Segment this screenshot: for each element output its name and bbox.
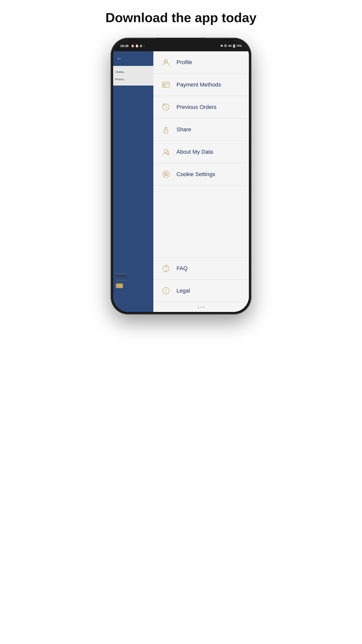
- previous-orders-icon: [160, 102, 171, 113]
- about-my-data-label: About My Data: [176, 149, 213, 155]
- svg-line-9: [166, 107, 168, 108]
- bg-order-status: Proces...: [115, 76, 151, 83]
- menu-item-legal[interactable]: Legal: [153, 280, 249, 302]
- svg-point-15: [164, 173, 165, 174]
- main-content: ← Chicke... Proces... Voucher a... EVERE…: [113, 51, 249, 312]
- svg-point-21: [166, 270, 166, 271]
- payment-icon-bg: [116, 283, 123, 288]
- background-app: ← Chicke... Proces... Voucher a... EVERE…: [113, 51, 153, 312]
- svg-point-16: [167, 173, 167, 174]
- share-icon: [160, 124, 171, 135]
- profile-label: Profile: [176, 59, 192, 66]
- menu-item-about-my-data[interactable]: About My Data: [153, 141, 249, 163]
- legal-label: Legal: [176, 288, 190, 294]
- payment-methods-icon: [160, 79, 171, 90]
- side-button-2: [251, 108, 251, 123]
- back-icon: ←: [117, 55, 122, 62]
- power-button: [251, 88, 251, 103]
- phone-shell: 19:38 ⏰ 📋 🖨 ↓ ✱ Ⓡ 4G ▓ 74% ← Chicke...: [111, 38, 251, 314]
- svg-point-18: [166, 175, 167, 176]
- svg-rect-4: [162, 82, 169, 87]
- legal-icon: [160, 285, 171, 296]
- volume-button: [111, 93, 111, 113]
- menu-item-profile[interactable]: Profile: [153, 51, 249, 74]
- previous-orders-label: Previous Orders: [176, 104, 216, 110]
- menu-item-cookie-settings[interactable]: Cookie Settings: [153, 163, 249, 186]
- menu-spacer: [153, 186, 249, 257]
- share-label: Share: [176, 126, 191, 133]
- faq-label: FAQ: [176, 265, 188, 272]
- menu-item-previous-orders[interactable]: Previous Orders: [153, 96, 249, 118]
- svg-point-2: [118, 285, 121, 287]
- cookie-settings-label: Cookie Settings: [176, 171, 215, 178]
- page-title: Download the app today: [90, 10, 272, 25]
- cookie-settings-icon: [160, 169, 171, 180]
- version-text: 1.4.4: [153, 302, 249, 312]
- about-my-data-icon: [160, 146, 171, 157]
- menu-bottom: FAQ Legal 1.4.4: [153, 257, 249, 312]
- svg-rect-6: [163, 85, 165, 86]
- status-icons: ✱ Ⓡ 4G ▓ 74%: [220, 44, 242, 48]
- screen: 19:38 ⏰ 📋 🖨 ↓ ✱ Ⓡ 4G ▓ 74% ← Chicke...: [113, 40, 249, 312]
- menu-item-share[interactable]: Share: [153, 118, 249, 141]
- menu-item-faq[interactable]: FAQ: [153, 257, 249, 280]
- status-time: 19:38 ⏰ 📋 🖨 ↓: [120, 44, 145, 48]
- drawer-menu: Profile Payment Methods: [153, 51, 249, 312]
- notch: [156, 38, 206, 47]
- faq-icon: [160, 263, 171, 274]
- menu-list: Profile Payment Methods: [153, 51, 249, 186]
- svg-point-17: [165, 175, 165, 176]
- bg-bottom: Voucher a... EVERES... Payment T...: [113, 270, 153, 292]
- profile-icon: [160, 57, 171, 68]
- bg-order-item: Chicke...: [115, 68, 151, 76]
- menu-item-payment-methods[interactable]: Payment Methods: [153, 74, 249, 96]
- payment-methods-label: Payment Methods: [176, 82, 221, 88]
- svg-rect-10: [164, 130, 168, 133]
- svg-point-24: [166, 292, 166, 292]
- svg-point-19: [166, 174, 166, 175]
- bg-app-header: ←: [113, 51, 153, 66]
